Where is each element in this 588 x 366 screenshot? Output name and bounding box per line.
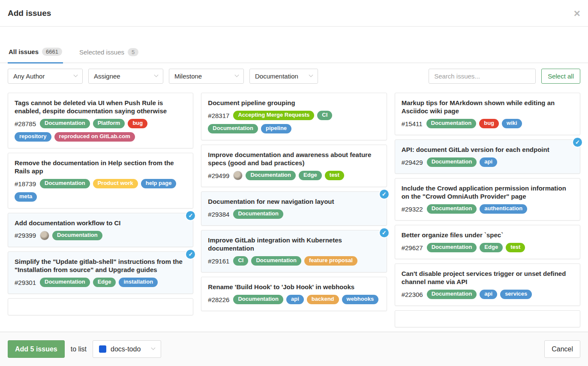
issue-meta-row: #28785DocumentationPlatformbugrepository… xyxy=(15,119,186,142)
issues-board: Tags cannot be deleted via UI when Push … xyxy=(0,89,588,332)
issue-label: Documentation xyxy=(427,290,477,299)
issue-meta-row: #29429Documentationapi xyxy=(402,157,573,167)
issue-title: Document pipeline grouping xyxy=(208,99,380,107)
tab-all-issues[interactable]: All issues 6661 xyxy=(8,42,63,64)
issue-label: Edge xyxy=(93,278,116,287)
issue-card[interactable]: Document pipeline grouping#28317Acceptin… xyxy=(201,93,387,140)
selected-check-icon: ✓ xyxy=(185,249,196,260)
issue-label: Documentation xyxy=(52,231,102,240)
issue-label: Documentation xyxy=(40,278,90,287)
milestone-filter-dropdown[interactable]: Milestone xyxy=(169,69,244,84)
issue-number: #29399 xyxy=(15,232,36,239)
issue-label: Documentation xyxy=(233,295,283,304)
add-issues-button[interactable]: Add 5 issues xyxy=(8,340,65,358)
chevron-down-icon xyxy=(151,346,156,350)
issue-card[interactable]: Rename 'Build Hook' to 'Job Hook' in web… xyxy=(201,277,387,311)
modal-title: Add issues xyxy=(8,9,51,18)
issue-title: Documentation for new navigation layout xyxy=(208,197,380,206)
issue-card[interactable] xyxy=(8,298,193,315)
issue-label: Platform xyxy=(93,119,125,128)
issue-number: #29627 xyxy=(402,244,423,251)
board-column-2: Document pipeline grouping#28317Acceptin… xyxy=(201,93,387,332)
chevron-down-icon xyxy=(74,73,78,77)
issue-number: #28785 xyxy=(15,120,36,127)
selected-check-icon: ✓ xyxy=(379,189,390,200)
issue-meta-row: #29627DocumentationEdgetest xyxy=(402,243,573,252)
issue-card[interactable]: ✓Improve GitLab integration with Kuberne… xyxy=(201,230,387,272)
issue-number: #29322 xyxy=(402,206,423,213)
issue-label: test xyxy=(325,171,344,180)
tab-selected-issues-label: Selected issues xyxy=(79,48,124,56)
issue-number: #28226 xyxy=(208,296,229,303)
issue-card[interactable]: Tags cannot be deleted via UI when Push … xyxy=(8,93,193,148)
chevron-down-icon xyxy=(309,73,313,77)
issue-label: Documentation xyxy=(427,243,477,252)
issue-card[interactable]: Better organize files under `spec`#29627… xyxy=(395,225,580,259)
target-list-dropdown[interactable]: docs-todo xyxy=(93,340,161,358)
issue-card[interactable]: ✓Documentation for new navigation layout… xyxy=(201,191,387,226)
issue-card[interactable]: Markup tips for MArkdown shown while edi… xyxy=(395,93,580,135)
cancel-button[interactable]: Cancel xyxy=(544,340,580,358)
issue-number: #28317 xyxy=(208,112,229,119)
issue-title: Can't disable project services trigger o… xyxy=(402,269,573,286)
issue-meta-row: #29301DocumentationEdgeinstallation xyxy=(15,278,186,287)
issue-card[interactable]: Include the Crowd application permission… xyxy=(395,178,580,221)
issue-label: Accepting Merge Requests xyxy=(233,111,314,120)
issue-number: #29161 xyxy=(208,257,229,265)
issue-label: backend xyxy=(307,295,339,304)
issue-title: Improve documentation and awareness abou… xyxy=(208,151,380,167)
issue-meta-row: #29499DocumentationEdgetest xyxy=(208,171,380,180)
issue-label: api xyxy=(286,295,304,304)
issue-label: help page xyxy=(141,179,177,188)
issue-label: CI xyxy=(233,256,248,266)
issue-label: meta xyxy=(15,192,37,202)
issue-title: Add documentation workflow to CI xyxy=(15,219,186,227)
issue-card[interactable]: Remove the documentation in Help section… xyxy=(8,153,193,209)
issue-card[interactable]: Can't disable project services trigger o… xyxy=(395,263,580,306)
search-input[interactable] xyxy=(429,69,536,84)
issue-label: services xyxy=(500,290,532,299)
issue-card[interactable] xyxy=(395,310,580,327)
issue-meta-row: #29161CIDocumentationfeature proposal xyxy=(208,256,380,266)
issue-title: Better organize files under `spec` xyxy=(402,231,573,239)
issue-meta-row: #29322Documentationauthentication xyxy=(402,204,573,214)
issue-number: #29301 xyxy=(15,279,36,286)
issue-label: Documentation xyxy=(208,124,258,133)
issue-label: webhooks xyxy=(342,295,379,304)
issue-card[interactable]: Improve documentation and awareness abou… xyxy=(201,145,387,187)
select-all-button[interactable]: Select all xyxy=(541,69,580,84)
issue-number: #29499 xyxy=(208,172,229,179)
chevron-down-icon xyxy=(235,73,239,77)
issue-label: wiki xyxy=(502,119,522,128)
chevron-down-icon xyxy=(154,73,159,77)
assignee-avatar xyxy=(233,171,243,180)
issue-card[interactable]: ✓API: document GitLab version for each e… xyxy=(395,139,580,174)
footer-bar: Add 5 issues to list docs-todo Cancel xyxy=(0,332,588,366)
close-icon[interactable]: × xyxy=(574,8,580,19)
issue-title: Improve GitLab integration with Kubernet… xyxy=(208,236,380,252)
issue-label: Documentation xyxy=(40,179,90,188)
issue-card[interactable]: ✓Simplify the "Update gitlab-shell" inst… xyxy=(8,251,193,294)
tab-selected-issues[interactable]: Selected issues 5 xyxy=(78,42,139,63)
issue-title: Markup tips for MArkdown shown while edi… xyxy=(402,99,573,115)
issue-meta-row: #18739DocumentationProduct workhelp page… xyxy=(15,179,186,202)
issue-card[interactable]: ✓Add documentation workflow to CI#29399D… xyxy=(8,213,193,247)
all-issues-count-badge: 6661 xyxy=(42,48,62,56)
issue-title: Include the Crowd application permission… xyxy=(402,184,573,200)
issue-number: #22306 xyxy=(402,291,423,298)
issue-label: Edge xyxy=(299,171,322,180)
assignee-filter-label: Assignee xyxy=(94,73,120,80)
list-color-swatch xyxy=(99,345,106,353)
label-filter-label: Documentation xyxy=(255,73,298,80)
selected-issues-count-badge: 5 xyxy=(128,48,138,56)
label-filter-dropdown[interactable]: Documentation xyxy=(249,69,318,84)
issue-title: Tags cannot be deleted via UI when Push … xyxy=(15,99,186,115)
author-filter-dropdown[interactable]: Any Author xyxy=(8,69,83,84)
assignee-filter-dropdown[interactable]: Assignee xyxy=(88,69,163,84)
issue-label: reproduced on GitLab.com xyxy=(54,132,135,142)
issue-label: Documentation xyxy=(233,209,283,219)
issue-label: repository xyxy=(15,132,51,142)
issue-label: Edge xyxy=(480,243,503,252)
issue-number: #15411 xyxy=(402,120,423,127)
issue-label: Documentation xyxy=(251,256,301,266)
